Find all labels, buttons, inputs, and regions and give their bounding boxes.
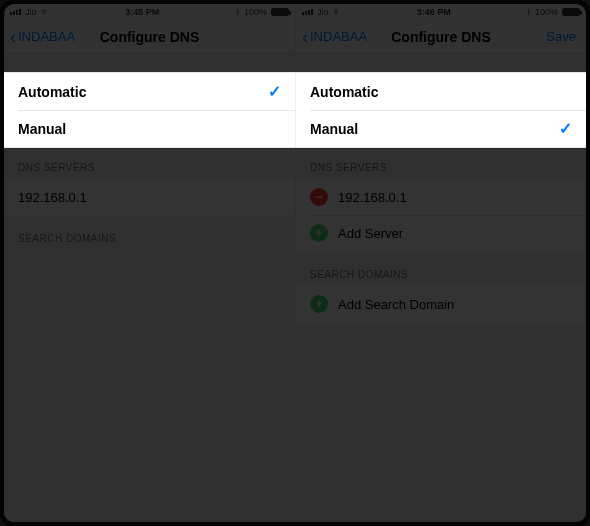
option-automatic[interactable]: Automatic ✓ bbox=[4, 73, 295, 110]
checkmark-icon: ✓ bbox=[559, 119, 572, 138]
option-label: Manual bbox=[18, 121, 66, 137]
option-manual[interactable]: Manual bbox=[4, 110, 295, 147]
save-label: Save bbox=[546, 29, 576, 44]
dns-server-value: 192.168.0.1 bbox=[338, 190, 407, 205]
status-bar: Jio ᯤ 3:46 PM ᚼ 100% bbox=[296, 4, 586, 20]
option-automatic[interactable]: Automatic bbox=[296, 73, 586, 110]
dns-server-row: 192.168.0.1 bbox=[4, 179, 295, 215]
nav-bar: ‹ INDABAA Configure DNS bbox=[4, 20, 295, 54]
chevron-left-icon: ‹ bbox=[302, 28, 308, 46]
option-label: Automatic bbox=[18, 84, 86, 100]
page-title: Configure DNS bbox=[100, 29, 200, 45]
checkmark-icon: ✓ bbox=[268, 82, 281, 101]
signal-icon bbox=[10, 9, 21, 15]
battery-icon bbox=[271, 8, 289, 16]
section-header-search-domains: SEARCH DOMAINS bbox=[4, 233, 295, 250]
clock: 3:46 PM bbox=[417, 7, 451, 17]
battery-icon bbox=[562, 8, 580, 16]
clock: 3:45 PM bbox=[125, 7, 159, 17]
wifi-icon: ᯤ bbox=[333, 7, 342, 17]
carrier-label: Jio bbox=[25, 7, 37, 17]
back-label: INDABAA bbox=[18, 29, 75, 44]
remove-icon[interactable]: − bbox=[310, 188, 328, 206]
chevron-left-icon: ‹ bbox=[10, 28, 16, 46]
highlighted-selection: Automatic ✓ Manual Automatic Manual ✓ bbox=[4, 72, 586, 148]
option-label: Automatic bbox=[310, 84, 378, 100]
back-button[interactable]: ‹ INDABAA bbox=[302, 20, 367, 53]
wifi-icon: ᯤ bbox=[41, 7, 50, 17]
status-bar: Jio ᯤ 3:45 PM ᚼ 100% bbox=[4, 4, 295, 20]
page-title: Configure DNS bbox=[391, 29, 491, 45]
carrier-label: Jio bbox=[317, 7, 329, 17]
battery-percent: 100% bbox=[244, 7, 267, 17]
section-header-dns: DNS SERVERS bbox=[296, 162, 586, 179]
add-server-row[interactable]: + Add Server bbox=[296, 215, 586, 251]
section-header-dns: DNS SERVERS bbox=[4, 162, 295, 179]
back-button[interactable]: ‹ INDABAA bbox=[10, 20, 75, 53]
nav-bar: ‹ INDABAA Configure DNS Save bbox=[296, 20, 586, 54]
signal-icon bbox=[302, 9, 313, 15]
save-button[interactable]: Save bbox=[546, 20, 576, 53]
add-search-domain-row[interactable]: + Add Search Domain bbox=[296, 286, 586, 322]
add-icon[interactable]: + bbox=[310, 224, 328, 242]
bluetooth-icon: ᚼ bbox=[235, 7, 240, 17]
section-header-search-domains: SEARCH DOMAINS bbox=[296, 269, 586, 286]
dns-server-value: 192.168.0.1 bbox=[18, 190, 87, 205]
battery-percent: 100% bbox=[535, 7, 558, 17]
dns-server-row[interactable]: − 192.168.0.1 bbox=[296, 179, 586, 215]
bluetooth-icon: ᚼ bbox=[526, 7, 531, 17]
option-label: Manual bbox=[310, 121, 358, 137]
option-manual[interactable]: Manual ✓ bbox=[296, 110, 586, 147]
add-server-label: Add Server bbox=[338, 226, 403, 241]
back-label: INDABAA bbox=[310, 29, 367, 44]
add-icon[interactable]: + bbox=[310, 295, 328, 313]
add-search-domain-label: Add Search Domain bbox=[338, 297, 454, 312]
